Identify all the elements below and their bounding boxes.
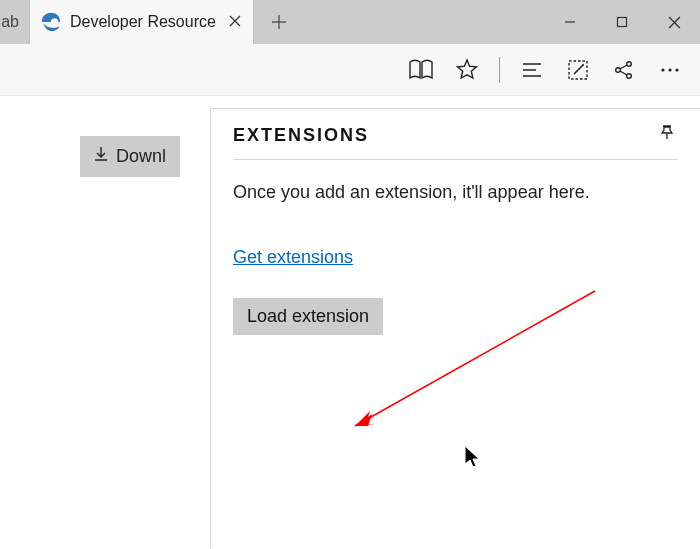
window-title-bar: ab Developer Resource [0, 0, 700, 44]
more-menu-icon[interactable] [652, 52, 688, 88]
tab-strip-empty [254, 0, 544, 44]
extensions-empty-hint: Once you add an extension, it'll appear … [233, 182, 678, 203]
extensions-panel: EXTENSIONS Once you add an extension, it… [210, 108, 700, 548]
svg-point-7 [668, 68, 671, 71]
download-button-label: Downl [116, 146, 166, 167]
svg-point-2 [582, 64, 584, 66]
window-controls [544, 0, 700, 44]
download-icon [94, 146, 108, 167]
new-tab-button[interactable] [254, 0, 304, 44]
close-tab-icon[interactable] [227, 11, 243, 33]
svg-point-8 [675, 68, 678, 71]
download-button[interactable]: Downl [80, 136, 180, 177]
maximize-button[interactable] [596, 0, 648, 44]
load-extension-button[interactable]: Load extension [233, 298, 383, 335]
minimize-button[interactable] [544, 0, 596, 44]
pin-icon[interactable] [658, 123, 678, 147]
extensions-panel-title: EXTENSIONS [233, 125, 369, 146]
hub-icon[interactable] [514, 52, 550, 88]
browser-toolbar [0, 44, 700, 96]
prev-tab-label: ab [1, 13, 19, 31]
page-content: Downl EXTENSIONS Once you add an extensi… [0, 96, 700, 549]
active-tab-title: Developer Resource [70, 13, 219, 31]
svg-point-3 [616, 67, 621, 72]
edge-logo-icon [40, 11, 62, 33]
reading-view-icon[interactable] [403, 52, 439, 88]
extensions-panel-body: Once you add an extension, it'll appear … [233, 160, 678, 357]
svg-point-4 [627, 61, 632, 66]
extensions-panel-header: EXTENSIONS [233, 123, 678, 160]
favorites-star-icon[interactable] [449, 52, 485, 88]
web-note-icon[interactable] [560, 52, 596, 88]
toolbar-separator [499, 57, 500, 83]
get-extensions-link[interactable]: Get extensions [233, 247, 353, 268]
close-window-button[interactable] [648, 0, 700, 44]
prev-tab-fragment[interactable]: ab [0, 0, 30, 44]
share-icon[interactable] [606, 52, 642, 88]
svg-point-5 [627, 73, 632, 78]
svg-point-6 [661, 68, 664, 71]
active-tab[interactable]: Developer Resource [30, 0, 254, 44]
svg-rect-0 [618, 18, 627, 27]
